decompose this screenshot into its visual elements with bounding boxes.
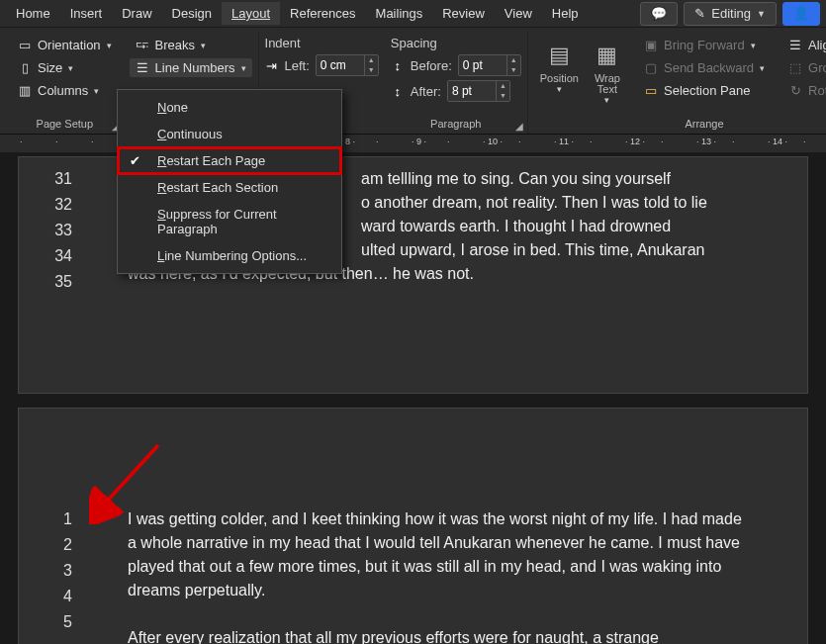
send-backward-button[interactable]: ▢ Send Backward ▾: [638, 58, 771, 77]
page-2[interactable]: 12345 I was getting colder, and I keet t…: [18, 408, 808, 644]
indent-left-label: Left:: [285, 58, 310, 73]
chevron-down-icon: ▾: [68, 63, 73, 73]
menu-home[interactable]: Home: [6, 2, 60, 25]
paragraph-launcher[interactable]: ◢: [515, 121, 523, 132]
bring-forward-button[interactable]: ▣ Bring Forward ▾: [638, 36, 771, 54]
menu-layout[interactable]: Layout: [222, 2, 280, 25]
ruler-tick: ·: [91, 137, 94, 146]
bring-forward-icon: ▣: [644, 39, 658, 52]
dropdown-item-none[interactable]: None: [118, 94, 341, 121]
breaks-icon: ⮓: [136, 39, 149, 52]
rotate-button[interactable]: ↻ Rotate ▾: [782, 81, 826, 100]
editing-mode-button[interactable]: ✎ Editing ▼: [684, 2, 777, 26]
wrap-text-button[interactable]: ▦ Wrap Text ▾: [589, 36, 626, 115]
spacing-before-input[interactable]: [459, 58, 506, 72]
menu-view[interactable]: View: [495, 2, 542, 25]
ruler-tick: ·: [590, 137, 593, 146]
menu-review[interactable]: Review: [432, 2, 495, 25]
line-numbers-dropdown: NoneContinuous✔Restart Each PageRestart …: [117, 89, 342, 274]
menubar: Home Insert Draw Design Layout Reference…: [0, 0, 826, 28]
line-number: 31: [48, 167, 72, 191]
spacing-after-spin[interactable]: ▲▼: [447, 80, 510, 102]
size-icon: ▯: [18, 61, 32, 75]
page-setup-group-label: Page Setup: [12, 115, 118, 132]
spacing-before-icon: ↕: [391, 58, 405, 72]
dropdown-item-label: Line Numbering Options...: [157, 248, 307, 263]
spacing-header: Spacing: [391, 36, 521, 50]
position-icon: ▤: [549, 38, 570, 73]
ruler-tick: ·: [518, 137, 521, 146]
ruler-tick: · 9 ·: [412, 137, 426, 146]
ruler-tick: · 14 ·: [768, 137, 787, 146]
page-setup-col1: ▭ Orientation ▾ ▯ Size ▾ ▥ Columns ▾ Pag…: [6, 32, 124, 134]
spin-down-icon[interactable]: ▼: [507, 65, 520, 75]
ruler-tick: ·: [732, 137, 735, 146]
group-button[interactable]: ⬚ Group ▾: [782, 58, 826, 77]
arrange-col3: ☰ Align ▾ ⬚ Group ▾ ↻ Rotate ▾: [777, 32, 826, 134]
ruler-tick: ·: [376, 137, 379, 146]
menu-help[interactable]: Help: [542, 2, 589, 25]
columns-icon: ▥: [18, 84, 32, 98]
spacing-before-spin[interactable]: ▲▼: [458, 54, 521, 76]
dropdown-item-suppress-for-current-paragraph[interactable]: Suppress for Current Paragraph: [118, 201, 341, 242]
comment-icon: 💬: [651, 6, 667, 21]
editing-label: Editing: [711, 6, 751, 21]
columns-button[interactable]: ▥ Columns ▾: [12, 81, 118, 100]
menu-mailings[interactable]: Mailings: [366, 2, 433, 25]
indent-left-spin[interactable]: ▲▼: [316, 54, 379, 76]
arrange-list: ▣ Bring Forward ▾ ▢ Send Backward ▾ ▭ Se…: [632, 32, 777, 134]
line-number: 2: [48, 533, 72, 557]
spacing-group: Spacing ↕ Before: ▲▼ ↕ After: ▲▼ Paragra…: [385, 32, 528, 134]
line-number: 35: [48, 270, 72, 294]
ruler-tick: ·: [447, 137, 450, 146]
menu-references[interactable]: References: [280, 2, 365, 25]
dropdown-item-restart-each-page[interactable]: ✔Restart Each Page: [118, 147, 341, 174]
spin-up-icon[interactable]: ▲: [497, 81, 509, 91]
document-text-page2[interactable]: I was getting colder, and I keet thinkin…: [128, 507, 752, 644]
dropdown-item-restart-each-section[interactable]: Restart Each Section: [118, 174, 341, 201]
spin-down-icon[interactable]: ▼: [365, 65, 378, 75]
spin-down-icon[interactable]: ▼: [497, 91, 509, 101]
indent-left-icon: ⇥: [265, 58, 279, 72]
share-button[interactable]: 👤: [782, 2, 820, 26]
dropdown-item-label: Continuous: [157, 127, 223, 141]
align-button[interactable]: ☰ Align ▾: [782, 36, 826, 54]
dropdown-item-continuous[interactable]: Continuous: [118, 121, 341, 147]
line-number: 5: [48, 610, 72, 634]
spacing-after-label: After:: [411, 84, 441, 99]
spin-up-icon[interactable]: ▲: [365, 55, 378, 65]
orientation-button[interactable]: ▭ Orientation ▾: [12, 36, 118, 54]
send-backward-icon: ▢: [644, 61, 658, 75]
menu-design[interactable]: Design: [162, 2, 222, 25]
spin-up-icon[interactable]: ▲: [507, 55, 520, 65]
dropdown-item-label: Suppress for Current Paragraph: [157, 207, 277, 236]
line-numbers-page1: 3132333435: [48, 167, 72, 294]
breaks-button[interactable]: ⮓ Breaks ▾: [130, 36, 252, 54]
wrap-text-icon: ▦: [597, 38, 617, 73]
chevron-down-icon: ▾: [201, 41, 206, 50]
size-button[interactable]: ▯ Size ▾: [12, 58, 118, 77]
paragraph-group-label: Paragraph: [391, 115, 521, 132]
line-number: 1: [48, 507, 72, 531]
dropdown-item-label: None: [157, 100, 188, 115]
align-icon: ☰: [788, 39, 802, 52]
dropdown-item-line-numbering-options[interactable]: Line Numbering Options...: [118, 242, 341, 269]
share-icon: 👤: [793, 6, 809, 21]
menu-draw[interactable]: Draw: [112, 2, 161, 25]
indent-left-input[interactable]: [317, 58, 364, 72]
document-paragraph[interactable]: After every realization that all my prev…: [128, 626, 752, 644]
spacing-after-input[interactable]: [448, 84, 496, 98]
ruler-tick: · 10 ·: [483, 137, 503, 146]
comments-button[interactable]: 💬: [640, 2, 678, 26]
line-numbers-button[interactable]: ☰ Line Numbers ▾: [130, 58, 252, 77]
selection-pane-icon: ▭: [644, 84, 658, 98]
line-number: 3: [48, 559, 72, 583]
line-number: 32: [48, 193, 72, 217]
position-button[interactable]: ▤ Position ▾: [534, 36, 585, 115]
menu-insert[interactable]: Insert: [60, 2, 113, 25]
orientation-icon: ▭: [18, 39, 32, 52]
arrange-big-buttons: ▤ Position ▾ ▦ Wrap Text ▾: [528, 32, 632, 134]
document-paragraph[interactable]: I was getting colder, and I keet thinkin…: [128, 507, 752, 602]
ruler-tick: ·: [55, 137, 58, 146]
selection-pane-button[interactable]: ▭ Selection Pane: [638, 81, 771, 100]
